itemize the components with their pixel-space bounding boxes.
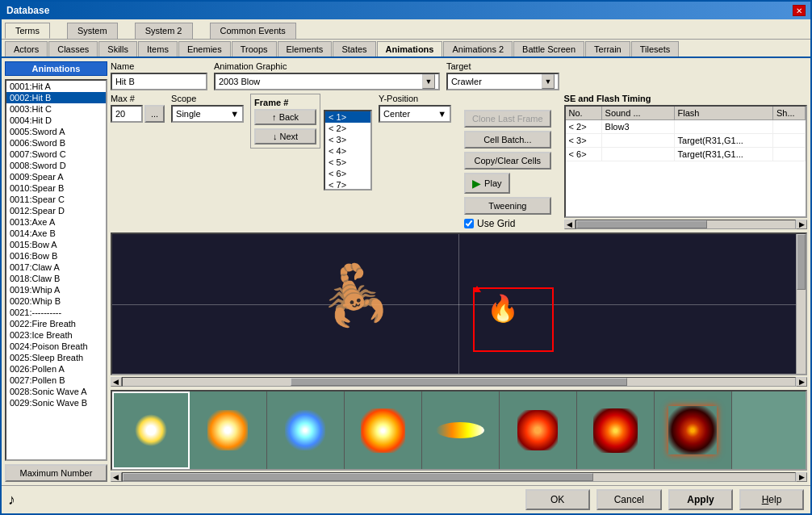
tab-common-events[interactable]: Common Events xyxy=(210,23,296,39)
sprite-hscrollbar[interactable] xyxy=(122,472,796,482)
list-item[interactable]: 0023:Ice Breath xyxy=(6,329,106,341)
close-button[interactable]: ✕ xyxy=(793,5,806,16)
back-button[interactable]: ↑ Back xyxy=(254,109,316,125)
list-item[interactable]: 0002:Hit B xyxy=(6,92,106,103)
list-item[interactable]: 0016:Bow B xyxy=(6,250,106,262)
list-item[interactable]: 0014:Axe B xyxy=(6,228,106,239)
animation-graphic-dropdown-btn[interactable]: ▼ xyxy=(422,74,435,89)
sprite-cell-3[interactable] xyxy=(267,391,345,469)
sub-tab-skills[interactable]: Skills xyxy=(98,41,137,57)
canvas-vscrollbar[interactable] xyxy=(796,234,806,374)
list-item[interactable]: 0004:Hit D xyxy=(6,115,106,126)
sub-tab-terrain[interactable]: Terrain xyxy=(585,41,630,57)
sub-tab-elements[interactable]: Elements xyxy=(278,41,333,57)
sub-tab-tilesets[interactable]: Tilesets xyxy=(631,41,680,57)
ypos-select[interactable]: Center ▼ xyxy=(379,105,451,123)
list-item[interactable]: 0021:---------- xyxy=(6,307,106,318)
list-item[interactable]: 0024:Poison Breath xyxy=(6,341,106,352)
max-hash-spin-btn[interactable]: ... xyxy=(144,105,165,123)
next-button[interactable]: ↓ Next xyxy=(254,128,316,144)
sub-tab-classes[interactable]: Classes xyxy=(48,41,98,57)
sub-tab-troops[interactable]: Troops xyxy=(232,41,277,57)
animation-graphic-dropdown[interactable]: 2003 Blow ▼ xyxy=(214,73,440,90)
sprite-cell-5[interactable] xyxy=(422,391,500,469)
canvas-hscrollbar[interactable] xyxy=(122,377,796,387)
sprite-cell-7[interactable] xyxy=(577,391,655,469)
sprite-scroll-right-btn[interactable]: ▶ xyxy=(796,472,807,482)
list-item[interactable]: 0011:Spear C xyxy=(6,194,106,205)
target-dropdown-btn[interactable]: ▼ xyxy=(542,74,555,89)
sprite-strip[interactable] xyxy=(111,390,807,471)
tab-system[interactable]: System xyxy=(67,23,118,39)
tab-system2[interactable]: System 2 xyxy=(135,23,193,39)
sprite-cell-2[interactable] xyxy=(190,391,267,469)
sub-tab-states[interactable]: States xyxy=(333,41,375,57)
sub-tab-animations2[interactable]: Animations 2 xyxy=(443,41,513,57)
cell-batch-button[interactable]: Cell Batch... xyxy=(464,131,550,149)
list-item[interactable]: 0010:Spear B xyxy=(6,182,106,194)
frame-item[interactable]: < 2> xyxy=(325,123,370,134)
max-hash-input[interactable] xyxy=(111,105,143,123)
sprite-cell-1[interactable] xyxy=(112,391,190,469)
list-item[interactable]: 0015:Bow A xyxy=(6,239,106,250)
animations-list[interactable]: 0001:Hit A0002:Hit B0003:Hit C0004:Hit D… xyxy=(5,79,107,461)
list-item[interactable]: 0017:Claw A xyxy=(6,262,106,273)
list-item[interactable]: 0012:Spear D xyxy=(6,205,106,216)
max-number-button[interactable]: Maximum Number xyxy=(5,464,107,482)
list-item[interactable]: 0013:Axe A xyxy=(6,216,106,228)
list-item[interactable]: 0005:Sword A xyxy=(6,126,106,137)
list-item[interactable]: 0029:Sonic Wave B xyxy=(6,397,106,408)
target-dropdown[interactable]: Crawler ▼ xyxy=(446,73,559,90)
tweening-button[interactable]: Tweening xyxy=(464,197,550,215)
copy-clear-cells-button[interactable]: Copy/Clear Cells xyxy=(464,152,550,170)
sub-tab-battle-screen[interactable]: Battle Screen xyxy=(513,41,584,57)
use-grid-checkbox[interactable] xyxy=(464,219,474,228)
list-item[interactable]: 0026:Pollen A xyxy=(6,363,106,375)
list-item[interactable]: 0006:Sword B xyxy=(6,137,106,149)
se-scrollbar-h[interactable] xyxy=(576,220,796,229)
list-item[interactable]: 0028:Sonic Wave A xyxy=(6,386,106,397)
ok-button[interactable]: OK xyxy=(525,489,590,510)
frame-list[interactable]: < 1>< 2>< 3>< 4>< 5>< 6>< 7>< 8>< 9> xyxy=(324,110,372,191)
sprite-cell-8[interactable] xyxy=(655,391,732,469)
list-item[interactable]: 0025:Sleep Breath xyxy=(6,352,106,363)
sprite-cell-6[interactable] xyxy=(500,391,577,469)
list-item[interactable]: 0027:Pollen B xyxy=(6,375,106,386)
sub-tab-enemies[interactable]: Enemies xyxy=(178,41,231,57)
list-item[interactable]: 0018:Claw B xyxy=(6,273,106,284)
apply-button[interactable]: Apply xyxy=(668,489,733,510)
canvas-scroll-left-btn[interactable]: ◀ xyxy=(111,377,122,387)
list-item[interactable]: 0009:Spear A xyxy=(6,171,106,182)
frame-item[interactable]: < 7> xyxy=(325,179,370,191)
sprite-scroll-left-btn[interactable]: ◀ xyxy=(111,472,122,482)
play-button[interactable]: ▶ Play xyxy=(464,173,509,194)
name-input[interactable] xyxy=(111,73,207,90)
sub-tab-animations[interactable]: Animations xyxy=(377,41,443,57)
list-item[interactable]: 0007:Sword C xyxy=(6,149,106,160)
frame-item[interactable]: < 3> xyxy=(325,134,370,145)
scope-select[interactable]: Single ▼ xyxy=(171,105,244,123)
se-row-3[interactable]: < 6> Target(R31,G1... xyxy=(566,148,806,161)
list-item[interactable]: 0022:Fire Breath xyxy=(6,318,106,329)
sub-tab-actors[interactable]: Actors xyxy=(5,41,48,57)
list-item[interactable]: 0008:Sword D xyxy=(6,160,106,171)
sprite-cell-4[interactable] xyxy=(345,391,422,469)
tab-terms[interactable]: Terms xyxy=(5,23,50,39)
list-item[interactable]: 0003:Hit C xyxy=(6,103,106,115)
cancel-button[interactable]: Cancel xyxy=(596,489,662,510)
clone-last-frame-button[interactable]: Clone Last Frame xyxy=(464,110,550,128)
se-row-1[interactable]: < 2> Blow3 xyxy=(566,120,806,134)
frame-item[interactable]: < 4> xyxy=(325,145,370,157)
help-button[interactable]: Help xyxy=(739,489,804,510)
list-item[interactable]: 0019:Whip A xyxy=(6,284,106,295)
se-row-2[interactable]: < 3> Target(R31,G1... xyxy=(566,134,806,148)
list-item[interactable]: 0020:Whip B xyxy=(6,295,106,307)
frame-item[interactable]: < 6> xyxy=(325,168,370,179)
se-scroll-left-btn[interactable]: ◀ xyxy=(564,220,576,229)
frame-item[interactable]: < 1> xyxy=(325,111,370,123)
se-scroll-right-btn[interactable]: ▶ xyxy=(796,220,807,229)
frame-item[interactable]: < 5> xyxy=(325,157,370,168)
sub-tab-items[interactable]: Items xyxy=(138,41,178,57)
canvas-scroll-right-btn[interactable]: ▶ xyxy=(796,377,807,387)
list-item[interactable]: 0001:Hit A xyxy=(6,81,106,92)
